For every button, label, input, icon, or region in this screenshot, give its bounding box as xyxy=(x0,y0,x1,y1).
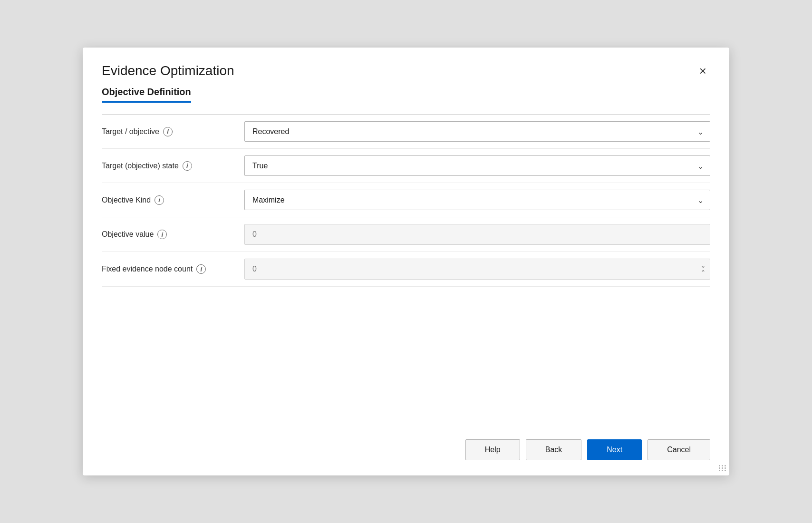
form-row-objective-value: Objective value i xyxy=(102,217,710,252)
info-icon-fixed-evidence-count[interactable]: i xyxy=(196,264,206,274)
next-button[interactable]: Next xyxy=(587,439,642,460)
info-icon-objective-kind[interactable]: i xyxy=(155,195,164,205)
spinner-down-button[interactable]: ⌄ xyxy=(701,263,706,269)
spinner-buttons-fixed-evidence-count: ⌄ ⌃ xyxy=(701,263,706,275)
control-objective-value xyxy=(244,224,710,245)
dialog-header: Evidence Optimization × xyxy=(83,48,729,87)
control-target-state: True False ⌄ xyxy=(244,155,710,176)
form-row-target-objective: Target / objective i Recovered Other ⌄ xyxy=(102,115,710,149)
label-objective-kind: Objective Kind i xyxy=(102,195,244,205)
resize-dot xyxy=(722,467,723,469)
resize-dot xyxy=(725,467,726,469)
label-text-target-state: Target (objective) state xyxy=(102,162,179,170)
label-text-objective-kind: Objective Kind xyxy=(102,196,151,204)
back-button[interactable]: Back xyxy=(526,439,582,460)
resize-handle[interactable] xyxy=(719,465,726,473)
resize-dots xyxy=(719,465,726,471)
label-objective-value: Objective value i xyxy=(102,230,244,239)
resize-dot xyxy=(719,470,720,471)
label-fixed-evidence-count: Fixed evidence node count i xyxy=(102,264,244,274)
select-wrapper-target-state: True False ⌄ xyxy=(244,155,710,176)
spinner-wrapper-fixed-evidence-count: ⌄ ⌃ xyxy=(244,259,710,280)
form-row-target-state: Target (objective) state i True False ⌄ xyxy=(102,149,710,183)
select-objective-kind[interactable]: Maximize Minimize xyxy=(244,190,710,210)
section-title: Objective Definition xyxy=(102,87,191,103)
select-target-objective[interactable]: Recovered Other xyxy=(244,121,710,142)
control-fixed-evidence-count: ⌄ ⌃ xyxy=(244,259,710,280)
input-fixed-evidence-count[interactable] xyxy=(244,259,710,280)
close-button[interactable]: × xyxy=(696,63,710,79)
dialog-body: Objective Definition Target / objective … xyxy=(83,87,729,428)
form-row-fixed-evidence-count: Fixed evidence node count i ⌄ ⌃ xyxy=(102,252,710,287)
resize-dot xyxy=(725,465,726,466)
label-text-fixed-evidence-count: Fixed evidence node count xyxy=(102,265,193,273)
label-text-objective-value: Objective value xyxy=(102,230,154,239)
section-header: Objective Definition xyxy=(102,87,710,103)
dialog-title: Evidence Optimization xyxy=(102,63,234,78)
resize-dot xyxy=(722,465,723,466)
select-wrapper-target-objective: Recovered Other ⌄ xyxy=(244,121,710,142)
info-icon-objective-value[interactable]: i xyxy=(157,230,167,239)
evidence-optimization-dialog: Evidence Optimization × Objective Defini… xyxy=(83,48,729,475)
dialog-footer: Help Back Next Cancel xyxy=(83,428,729,475)
info-icon-target-objective[interactable]: i xyxy=(163,127,173,136)
info-icon-target-state[interactable]: i xyxy=(183,161,192,171)
cancel-button[interactable]: Cancel xyxy=(648,439,710,460)
select-wrapper-objective-kind: Maximize Minimize ⌄ xyxy=(244,190,710,210)
label-text-target-objective: Target / objective xyxy=(102,127,159,136)
form-row-objective-kind: Objective Kind i Maximize Minimize ⌄ xyxy=(102,183,710,217)
input-objective-value[interactable] xyxy=(244,224,710,245)
spinner-up-button[interactable]: ⌃ xyxy=(701,270,706,275)
resize-dot xyxy=(722,470,723,471)
control-objective-kind: Maximize Minimize ⌄ xyxy=(244,190,710,210)
resize-dot xyxy=(725,470,726,471)
resize-dot xyxy=(719,467,720,469)
select-target-state[interactable]: True False xyxy=(244,155,710,176)
label-target-state: Target (objective) state i xyxy=(102,161,244,171)
control-target-objective: Recovered Other ⌄ xyxy=(244,121,710,142)
resize-dot xyxy=(719,465,720,466)
help-button[interactable]: Help xyxy=(465,439,520,460)
label-target-objective: Target / objective i xyxy=(102,127,244,136)
